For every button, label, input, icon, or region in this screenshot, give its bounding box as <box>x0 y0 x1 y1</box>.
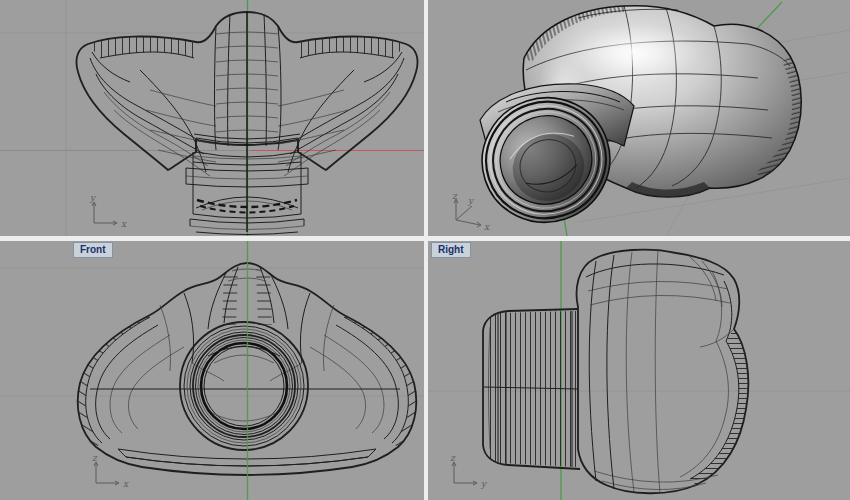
axis-label-y: y <box>467 196 475 206</box>
top-view-canvas <box>0 0 424 236</box>
axis-label-y: y <box>89 193 97 203</box>
viewport-perspective[interactable]: z y x <box>428 0 850 236</box>
axis-label-x: x <box>484 222 490 232</box>
axis-label-z: z <box>450 453 456 463</box>
axis-gnomon-perspective: z y x <box>444 192 496 234</box>
axis-label-x: x <box>121 219 127 229</box>
viewport-tab-front[interactable]: Front <box>73 242 113 258</box>
axis-gnomon-top: y x <box>84 193 134 231</box>
top-grid-lines <box>0 0 424 236</box>
axis-label-z: z <box>452 192 458 201</box>
viewport-top[interactable]: y x <box>0 0 424 236</box>
model-wireframe-right <box>483 249 748 493</box>
viewport-front[interactable]: Front <box>0 241 424 500</box>
axis-label-y: y <box>480 479 488 489</box>
front-lens-rings <box>180 322 308 450</box>
axis-gnomon-front: z x <box>86 453 136 491</box>
axis-label-z: z <box>92 453 98 463</box>
viewport-tab-right[interactable]: Right <box>431 242 471 258</box>
front-view-canvas <box>0 241 424 500</box>
axis-gnomon-right: z y <box>444 453 494 491</box>
viewport-right[interactable]: Right <box>428 241 850 500</box>
model-shaded-perspective <box>466 6 801 236</box>
viewport-grid: y x <box>0 0 850 500</box>
top-construction-axes <box>0 0 424 236</box>
axis-label-x: x <box>123 479 129 489</box>
front-grid-lines <box>0 268 424 396</box>
cad-four-viewport-workspace: y x <box>0 0 850 500</box>
